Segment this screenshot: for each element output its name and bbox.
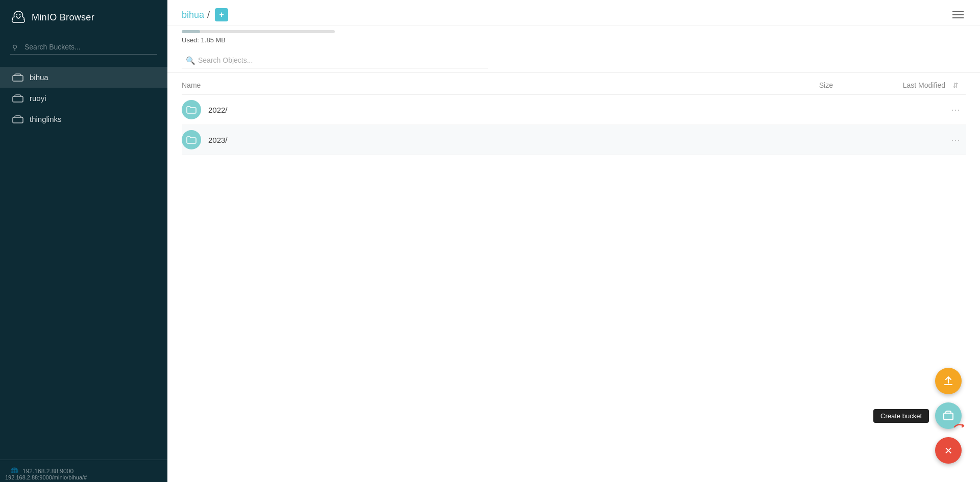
svg-rect-3 — [13, 96, 23, 102]
status-bar: 192.168.2.88:9000/minio/bihua/# — [0, 473, 167, 482]
plus-icon: + — [219, 10, 224, 19]
usage-text: Used: 1.85 MB — [182, 36, 226, 44]
minio-logo-icon — [10, 9, 27, 26]
svg-rect-4 — [13, 117, 23, 123]
table-row[interactable]: 2023/ ⋯ — [182, 125, 966, 155]
folder-icon-2022 — [182, 100, 201, 119]
create-bucket-icon — [942, 410, 954, 422]
search-objects-input[interactable] — [182, 53, 488, 68]
search-objects-container: 🔍 — [167, 46, 980, 73]
row-actions-2022[interactable]: ⋯ — [945, 104, 966, 115]
col-header-size: Size — [741, 81, 833, 89]
fab-container: Create bucket × — [873, 368, 962, 464]
create-bucket-button[interactable] — [935, 402, 962, 429]
usage-bar-track — [182, 30, 335, 33]
sidebar-item-bihua[interactable]: bihua — [0, 67, 167, 88]
search-objects-icon: 🔍 — [186, 56, 195, 65]
col-header-modified: Last Modified — [833, 81, 945, 89]
main-content: bihua / + Used: 1.85 MB 🔍 Name Size La — [167, 0, 980, 482]
search-buckets-container: ⚲ — [0, 35, 167, 63]
svg-rect-2 — [13, 75, 23, 81]
sidebar: MinIO Browser ⚲ bihua ruoyi — [0, 0, 167, 482]
close-icon: × — [944, 444, 952, 457]
breadcrumb: bihua / + — [182, 8, 228, 21]
bucket-icon-thinglinks — [12, 115, 23, 123]
upload-button[interactable] — [935, 368, 962, 394]
create-bucket-row: Create bucket — [873, 402, 962, 429]
main-header: bihua / + — [167, 0, 980, 26]
col-header-name: Name — [182, 81, 741, 89]
usage-bar-container: Used: 1.85 MB — [167, 26, 980, 46]
row-actions-2023[interactable]: ⋯ — [945, 134, 966, 145]
sort-icon[interactable]: ⇵ — [945, 81, 966, 89]
create-bucket-tooltip: Create bucket — [873, 409, 929, 423]
usage-bar-fill — [182, 30, 200, 33]
search-buckets-input[interactable] — [10, 40, 157, 55]
sidebar-item-thinglinks[interactable]: thinglinks — [0, 109, 167, 130]
svg-rect-5 — [944, 413, 953, 420]
search-buckets-wrapper: ⚲ — [10, 40, 157, 55]
bucket-icon-bihua — [12, 73, 23, 82]
hamburger-menu-button[interactable] — [950, 9, 966, 20]
folder-name-2022: 2022/ — [208, 106, 228, 114]
svg-point-0 — [16, 14, 17, 15]
hamburger-line-1 — [952, 11, 964, 12]
breadcrumb-bucket-link[interactable]: bihua — [182, 10, 204, 20]
bucket-list: bihua ruoyi thinglinks — [0, 63, 167, 460]
sidebar-bucket-label-bihua: bihua — [30, 73, 48, 82]
hamburger-line-2 — [952, 14, 964, 15]
arrow-overlay-icon — [953, 422, 969, 432]
sidebar-bucket-label-thinglinks: thinglinks — [30, 115, 62, 123]
row-name-2023: 2023/ — [182, 130, 741, 149]
breadcrumb-add-folder-button[interactable]: + — [215, 8, 228, 21]
row-name-2022: 2022/ — [182, 100, 741, 119]
hamburger-line-3 — [952, 17, 964, 18]
table-header: Name Size Last Modified ⇵ — [182, 73, 966, 95]
breadcrumb-separator: / — [207, 10, 210, 20]
svg-point-1 — [19, 14, 20, 15]
objects-table-container: Name Size Last Modified ⇵ 2022/ ⋯ — [167, 73, 980, 482]
status-url: 192.168.2.88:9000/minio/bihua/# — [5, 474, 87, 480]
sidebar-item-ruoyi[interactable]: ruoyi — [0, 88, 167, 109]
search-objects-wrapper: 🔍 — [182, 53, 488, 68]
bucket-icon-ruoyi — [12, 94, 23, 103]
folder-name-2023: 2023/ — [208, 136, 228, 144]
table-row[interactable]: 2022/ ⋯ — [182, 95, 966, 125]
search-buckets-icon: ⚲ — [12, 43, 17, 52]
sidebar-bucket-label-ruoyi: ruoyi — [30, 94, 46, 103]
app-title: MinIO Browser — [32, 12, 94, 23]
upload-icon — [942, 375, 954, 387]
folder-icon-2023 — [182, 130, 201, 149]
close-fab-button[interactable]: × — [935, 437, 962, 464]
sidebar-header: MinIO Browser — [0, 0, 167, 35]
